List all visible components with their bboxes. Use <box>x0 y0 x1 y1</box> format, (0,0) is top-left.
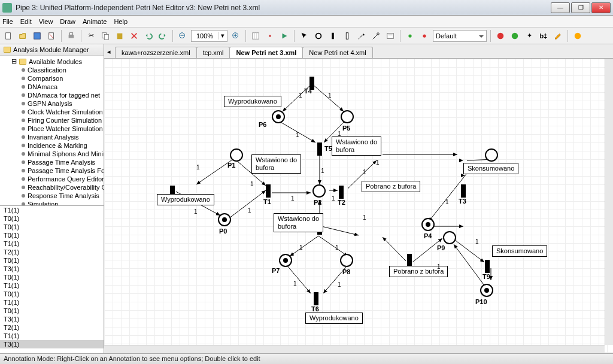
grid-toggle-button[interactable] <box>250 30 262 42</box>
transition-T1[interactable] <box>266 184 271 198</box>
module-tree[interactable]: ⊟ Available Modules ClassificationCompar… <box>0 56 104 205</box>
trace-row[interactable]: T1(1) <box>0 239 104 248</box>
module-item[interactable]: Firing Counter Simulation (Not <box>0 116 104 125</box>
open-button[interactable] <box>17 30 29 42</box>
trace-row[interactable]: T3(1) <box>0 340 104 348</box>
trace-row[interactable]: T0(1) <box>0 214 104 223</box>
vertical-scrollbar[interactable] <box>605 59 613 345</box>
arc-tool[interactable] <box>356 30 368 42</box>
module-item[interactable]: Response Time Analysis <box>0 192 104 200</box>
document-tab[interactable]: kawa+rozszerzenie.xml <box>115 47 197 58</box>
place-P9[interactable] <box>443 231 456 244</box>
animate-button[interactable] <box>278 30 290 42</box>
trace-row[interactable]: T0(1) <box>0 273 104 281</box>
module-item[interactable]: Incidence & Marking <box>0 141 104 150</box>
save-button[interactable] <box>31 30 43 42</box>
minimize-button[interactable]: — <box>551 2 570 13</box>
annotation-wst3[interactable]: Wstawiono do bufora <box>274 213 323 232</box>
zoom-input[interactable] <box>192 32 218 40</box>
module-item[interactable]: DNAmaca <box>0 83 104 91</box>
annotation-wst2[interactable]: Wstawiono do bufora <box>332 136 381 156</box>
transition-T9[interactable] <box>485 260 490 273</box>
place-P2[interactable] <box>312 184 326 198</box>
trace-row[interactable]: T0(1) <box>0 290 104 298</box>
transition-trace-panel[interactable]: T1(1)T0(1)T0(1)T0(1)T1(1)T2(1)T0(1)T3(1)… <box>0 205 104 353</box>
annotation-pob1[interactable]: Pobrano z bufora <box>362 181 420 192</box>
annotation-wst1[interactable]: Wstawiono do bufora <box>251 154 301 174</box>
annotation-tool[interactable] <box>384 30 396 42</box>
inhibitor-arc-tool[interactable] <box>370 30 382 42</box>
module-item[interactable]: Passage Time Analysis <box>0 158 104 166</box>
menu-view[interactable]: View <box>39 18 53 25</box>
snap-button[interactable] <box>264 30 276 42</box>
trace-row[interactable]: T3(1) <box>0 315 104 323</box>
trace-row[interactable]: T2(1) <box>0 248 104 256</box>
annotation-wyp3[interactable]: Wyprodukowano <box>305 313 363 324</box>
module-item[interactable]: Clock Watcher Simulation (Not <box>0 108 104 116</box>
trace-row[interactable]: T2(1) <box>0 323 104 332</box>
place-P6[interactable] <box>272 110 285 123</box>
annotation-wyp2[interactable]: Wyprodukowano <box>157 194 214 205</box>
trace-row[interactable]: T1(1) <box>0 206 104 214</box>
paste-button[interactable] <box>114 30 126 42</box>
annotation-wyp1[interactable]: Wyprodukowano <box>224 96 281 107</box>
select-tool[interactable] <box>298 30 310 42</box>
trace-row[interactable]: T1(1) <box>0 298 104 307</box>
rate-button[interactable] <box>494 30 506 42</box>
module-item[interactable]: Comparison <box>0 74 104 83</box>
module-item[interactable]: Simulation <box>0 200 104 205</box>
place-P8[interactable] <box>340 254 353 267</box>
document-tab[interactable]: New Petri net 4.xml <box>302 47 372 58</box>
close-doc-button[interactable] <box>45 30 57 42</box>
module-item[interactable]: Reachability/Coverability Grap <box>0 183 104 192</box>
new-button[interactable] <box>2 30 14 42</box>
trace-row[interactable]: T3(1) <box>0 265 104 273</box>
place-P0[interactable] <box>218 213 231 226</box>
trace-row[interactable]: T0(1) <box>0 231 104 239</box>
place-P5[interactable] <box>341 110 354 123</box>
puzzle-icon-button[interactable]: ✦ <box>523 30 535 42</box>
immediate-trans-tool[interactable] <box>327 30 339 42</box>
place-P7[interactable] <box>279 254 292 267</box>
petri-net-canvas[interactable]: T4 Wyprodukowano P6 P5 T5 Wstawiono do b… <box>104 59 613 353</box>
module-item[interactable]: DNAmaca for tagged net <box>0 91 104 99</box>
cut-button[interactable]: ✂ <box>85 30 97 42</box>
document-tab[interactable]: New Petri net 3.xml <box>229 47 303 58</box>
redo-button[interactable] <box>157 30 169 42</box>
delete-button[interactable] <box>128 30 140 42</box>
bold-button[interactable]: b‡ <box>538 30 550 42</box>
token-type-select[interactable]: Default <box>433 30 487 42</box>
place-P4[interactable] <box>421 218 435 231</box>
maximize-button[interactable]: ❐ <box>571 2 590 13</box>
trace-row[interactable]: T0(1) <box>0 256 104 265</box>
module-item[interactable]: GSPN Analysis <box>0 99 104 108</box>
menu-draw[interactable]: Draw <box>60 18 75 25</box>
annotation-skon1[interactable]: Skonsumowano <box>463 163 518 174</box>
transition-T2[interactable] <box>339 186 344 199</box>
place-P3[interactable] <box>485 148 498 162</box>
zoom-out-button[interactable] <box>177 30 189 42</box>
zoom-in-button[interactable] <box>230 30 242 42</box>
help-button[interactable] <box>572 30 584 42</box>
module-item[interactable]: Place Watcher Simulation (Not <box>0 125 104 133</box>
module-item[interactable]: Invariant Analysis <box>0 133 104 141</box>
trace-row[interactable]: T0(1) <box>0 307 104 315</box>
module-item[interactable]: Classification <box>0 66 104 74</box>
module-item[interactable]: Performance Query Editor <box>0 175 104 183</box>
module-item[interactable]: Passage Time Analysis For Tag <box>0 166 104 175</box>
zoom-select[interactable]: ▾ <box>191 30 227 42</box>
place-P1[interactable] <box>230 148 243 162</box>
transition-lower[interactable] <box>407 254 412 267</box>
trace-row[interactable]: T1(1) <box>0 281 104 290</box>
menu-help[interactable]: Help <box>114 18 128 25</box>
place-tool[interactable] <box>312 30 324 42</box>
close-button[interactable]: ✕ <box>591 2 611 13</box>
tab-scroll-left[interactable]: ◂ <box>105 47 113 56</box>
edit-button[interactable] <box>552 30 564 42</box>
timed-trans-tool[interactable] <box>341 30 353 42</box>
menu-animate[interactable]: Animate <box>83 18 107 25</box>
undo-button[interactable] <box>142 30 154 42</box>
module-item[interactable]: Minimal Siphons And Minimal Tr <box>0 150 104 158</box>
add-token-button[interactable] <box>404 30 416 42</box>
horizontal-scrollbar[interactable] <box>104 345 605 353</box>
